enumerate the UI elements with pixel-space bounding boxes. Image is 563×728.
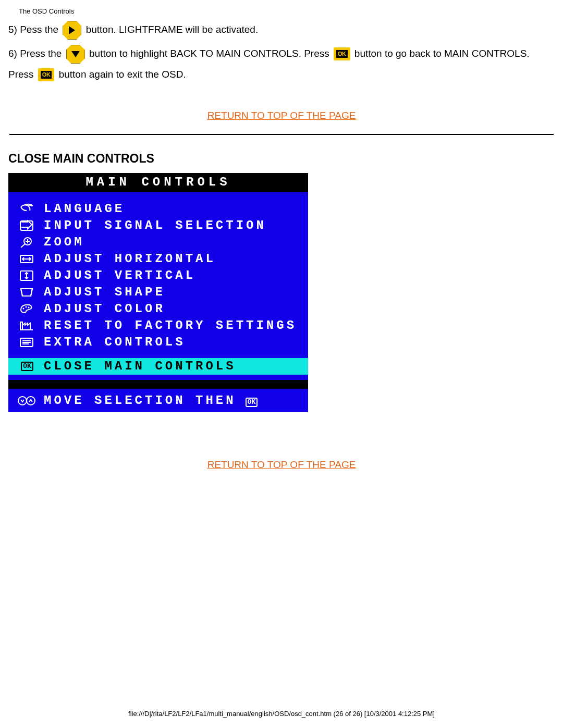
svg-rect-14 — [20, 322, 22, 330]
vertical-arrows-icon — [15, 268, 40, 283]
osd-item-label: LANGUAGE — [40, 202, 125, 216]
step6-p1: 6) Press the — [8, 48, 62, 59]
osd-item-reset-factory: RESET TO FACTORY SETTINGS — [8, 317, 308, 334]
osd-item-label: ADJUST COLOR — [40, 302, 165, 316]
osd-item-label: CLOSE MAIN CONTROLS — [40, 359, 236, 373]
osd-item-adjust-horizontal: ADJUST HORIZONTAL — [8, 251, 308, 267]
step5-suffix: button. LIGHTFRAME will be activated. — [86, 24, 259, 35]
return-to-top-link[interactable]: RETURN TO TOP OF THE PAGE — [0, 110, 563, 121]
list-icon — [15, 335, 40, 350]
osd-item-label: ADJUST SHAPE — [40, 285, 165, 299]
svg-point-12 — [26, 306, 27, 307]
page-header: The OSD Controls — [0, 0, 563, 15]
globe-icon — [15, 202, 40, 216]
osd-item-label: RESET TO FACTORY SETTINGS — [40, 318, 297, 332]
osd-item-label: ZOOM — [40, 235, 84, 249]
svg-point-19 — [18, 397, 27, 405]
osd-footer-text: MOVE SELECTION THEN — [40, 393, 236, 408]
down-arrow-button-icon — [66, 45, 85, 64]
instructions: 5) Pess the button. LIGHTFRAME will be a… — [0, 15, 563, 85]
osd-item-extra-controls: EXTRA CONTROLS — [8, 334, 308, 351]
osd-item-label: ADJUST HORIZONTAL — [40, 252, 216, 266]
osd-item-adjust-shape: ADJUST SHAPE — [8, 284, 308, 301]
ok-button-icon: OK — [334, 47, 350, 60]
horizontal-arrows-icon — [15, 252, 40, 266]
shape-icon — [15, 285, 40, 300]
osd-item-label: INPUT SIGNAL SELECTION — [40, 218, 266, 232]
svg-point-11 — [23, 307, 25, 309]
palette-icon — [15, 302, 40, 316]
svg-line-2 — [21, 244, 25, 248]
osd-item-close-main-controls: OK CLOSE MAIN CONTROLS — [8, 358, 308, 375]
osd-item-adjust-vertical: ADJUST VERTICAL — [8, 267, 308, 284]
section-heading: CLOSE MAIN CONTROLS — [0, 135, 563, 173]
osd-footer: MOVE SELECTION THEN OK — [8, 389, 308, 412]
osd-item-zoom: ZOOM — [8, 234, 308, 251]
osd-item-adjust-color: ADJUST COLOR — [8, 301, 308, 317]
svg-line-9 — [21, 289, 22, 296]
step5-prefix: 5) Pess the — [8, 24, 58, 35]
up-down-arrows-icon — [15, 393, 40, 408]
ok-button-icon: OK — [38, 68, 55, 81]
osd-item-label: EXTRA CONTROLS — [40, 335, 186, 349]
ok-icon: OK — [236, 393, 258, 408]
osd-title: MAIN CONTROLS — [8, 173, 308, 192]
footer-path: file:///D|/rita/LF2/LF2/LFa1/multi_manua… — [0, 710, 563, 718]
svg-point-20 — [27, 397, 35, 405]
svg-line-10 — [31, 289, 32, 296]
osd-panel: MAIN CONTROLS LANGUAGE INPUT SIGNAL SELE… — [8, 173, 308, 412]
osd-item-input-signal: INPUT SIGNAL SELECTION — [8, 217, 308, 234]
return-to-top-link[interactable]: RETURN TO TOP OF THE PAGE — [0, 459, 563, 471]
step6-p2: button to highlight BACK TO MAIN CONTROL… — [89, 48, 329, 59]
svg-point-13 — [28, 306, 30, 308]
step-6: 6) Press the button to highlight BACK TO… — [8, 43, 544, 85]
osd-item-language: LANGUAGE — [8, 201, 308, 217]
osd-body: LANGUAGE INPUT SIGNAL SELECTION ZOOM ADJ… — [8, 192, 308, 380]
right-arrow-button-icon — [63, 21, 81, 40]
osd-divider — [8, 380, 308, 389]
step6-p4: button again to exit the OSD. — [59, 69, 186, 80]
osd-item-label: ADJUST VERTICAL — [40, 268, 195, 282]
ok-icon: OK — [15, 359, 40, 374]
zoom-icon — [15, 235, 40, 250]
step-5: 5) Pess the button. LIGHTFRAME will be a… — [8, 19, 544, 40]
input-arrow-icon — [15, 218, 40, 233]
factory-icon — [15, 318, 40, 333]
